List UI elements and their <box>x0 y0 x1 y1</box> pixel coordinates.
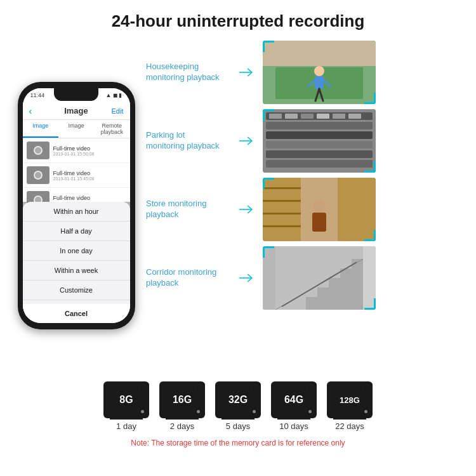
sd-card-notch <box>221 416 255 420</box>
phone-tabs: Image Image Remote playback <box>23 120 130 138</box>
tab-image[interactable]: Image <box>23 120 58 138</box>
housekeeping-scene <box>263 41 376 104</box>
dropdown-cancel-button[interactable]: Cancel <box>23 304 130 323</box>
dropdown-item-within-hour[interactable]: Within an hour <box>23 202 130 221</box>
svg-rect-21 <box>317 114 329 119</box>
main-content: 11:44 ▲ ◼ ▮ ‹ Image Edit Image Image Rem… <box>0 37 476 374</box>
corner-tl <box>263 109 274 121</box>
monitoring-item-parking: Parking lotmonitoring playback <box>146 109 463 173</box>
phone-icons: ▲ ◼ ▮ <box>106 92 122 98</box>
storage-days-8g: 1 day <box>116 421 136 431</box>
item-info: Full-time video 2019-01-01 15:45:08 <box>53 170 126 181</box>
page-header: 24-hour uninterrupted recording <box>0 0 476 37</box>
monitoring-item-corridor: Corridor monitoringplayback <box>146 246 463 310</box>
item-info: Full-time video 2019-01-01 15:50:08 <box>53 145 126 156</box>
sd-card-label-128g: 128G <box>340 395 360 405</box>
svg-rect-23 <box>348 114 361 119</box>
monitoring-section: Housekeepingmonitoring playback <box>146 37 463 374</box>
phone-body: 11:44 ▲ ◼ ▮ ‹ Image Edit Image Image Rem… <box>18 82 135 329</box>
sd-card-8g: 8G <box>103 381 149 418</box>
tab-remote[interactable]: Remote playback <box>94 120 129 138</box>
svg-rect-15 <box>266 141 373 149</box>
phone-time: 11:44 <box>30 92 45 98</box>
sd-card-32g: 32G <box>215 381 261 418</box>
list-item: Full-time video 2019-01-01 15:50:08 <box>23 138 130 163</box>
corner-br <box>364 230 376 241</box>
storage-card-128g: 128G 22 days <box>327 381 373 431</box>
item-date: 2019-01-01 15:50:08 <box>53 152 126 156</box>
storage-card-32g: 32G 5 days <box>215 381 261 431</box>
monitoring-image-housekeeping <box>263 41 376 104</box>
connector-parking <box>236 109 255 173</box>
storage-days-16g: 2 days <box>170 421 194 431</box>
video-thumbnail <box>27 142 50 159</box>
phone-mockup: 11:44 ▲ ◼ ▮ ‹ Image Edit Image Image Rem… <box>13 37 140 374</box>
monitoring-image-store <box>263 178 376 241</box>
svg-rect-14 <box>266 131 373 139</box>
monitoring-label-parking: Parking lotmonitoring playback <box>146 130 228 152</box>
dropdown-item-week[interactable]: Within a week <box>23 261 130 281</box>
corner-br <box>364 161 376 173</box>
video-thumbnail <box>27 166 50 184</box>
monitoring-label-corridor: Corridor monitoringplayback <box>146 267 228 289</box>
storage-cards: 8G 1 day 16G 2 days 32G 5 days <box>103 381 373 431</box>
svg-rect-13 <box>266 122 373 129</box>
sd-card-label-64g: 64G <box>284 394 303 406</box>
page-title: 24-hour uninterrupted recording <box>13 11 463 31</box>
phone-dropdown: Within an hour Half a day In one day Wit… <box>23 202 130 323</box>
storage-section: 8G 1 day 16G 2 days 32G 5 days <box>0 374 476 453</box>
monitoring-text-corridor: Corridor monitoringplayback <box>146 267 228 289</box>
storage-note: Note: The storage time of the memory car… <box>131 439 345 447</box>
storage-days-64g: 10 days <box>279 421 308 431</box>
corner-br <box>364 298 376 310</box>
svg-rect-30 <box>263 225 301 227</box>
play-icon <box>34 146 43 155</box>
sd-card-dot <box>364 410 367 413</box>
sd-card-dot <box>308 410 312 413</box>
dropdown-item-customize[interactable]: Customize <box>23 281 130 300</box>
storage-card-16g: 16G 2 days <box>159 381 205 431</box>
item-date: 2019-01-01 15:45:08 <box>53 176 126 181</box>
phone-notch <box>54 88 98 101</box>
list-item: Full-time video 2019-01-01 15:45:08 <box>23 163 130 188</box>
monitoring-image-corridor <box>263 246 376 310</box>
svg-rect-19 <box>285 114 298 119</box>
item-title: Full-time video <box>53 195 126 201</box>
sd-card-notch <box>333 416 366 420</box>
corner-tl <box>263 41 274 52</box>
storage-days-32g: 5 days <box>226 421 250 431</box>
monitoring-text-store: Store monitoringplayback <box>146 199 228 220</box>
svg-rect-29 <box>263 213 301 215</box>
monitoring-label-housekeeping: Housekeepingmonitoring playback <box>146 62 228 83</box>
corner-br <box>364 93 376 104</box>
corridor-scene <box>263 246 376 310</box>
sd-card-64g: 64G <box>271 381 317 418</box>
sd-card-label-16g: 16G <box>173 394 192 406</box>
svg-rect-22 <box>333 114 345 119</box>
storage-card-64g: 64G 10 days <box>271 381 317 431</box>
corner-tl <box>263 178 274 189</box>
svg-rect-28 <box>263 200 301 202</box>
monitoring-label-store: Store monitoringplayback <box>146 199 228 220</box>
sd-card-notch <box>110 416 143 420</box>
sd-card-label-32g: 32G <box>228 394 248 406</box>
item-title: Full-time video <box>53 170 126 176</box>
nav-edit-button[interactable]: Edit <box>112 107 124 115</box>
storage-card-8g: 8G 1 day <box>103 381 149 431</box>
sd-card-dot <box>197 410 200 413</box>
svg-rect-16 <box>266 150 373 158</box>
svg-rect-5 <box>315 76 324 89</box>
tab-image2[interactable]: Image <box>58 120 94 138</box>
connector-store <box>236 178 255 241</box>
store-scene <box>263 178 376 241</box>
sd-card-dot <box>253 410 256 413</box>
sd-card-16g: 16G <box>159 381 205 418</box>
sd-card-dot <box>141 410 144 413</box>
dropdown-item-one-day[interactable]: In one day <box>23 241 130 261</box>
monitoring-text-housekeeping: Housekeepingmonitoring playback <box>146 62 228 83</box>
sd-card-128g: 128G <box>327 381 373 418</box>
dropdown-item-half-day[interactable]: Half a day <box>23 221 130 241</box>
svg-rect-17 <box>266 160 373 168</box>
nav-title: Image <box>64 106 88 116</box>
nav-back-button[interactable]: ‹ <box>29 106 32 116</box>
